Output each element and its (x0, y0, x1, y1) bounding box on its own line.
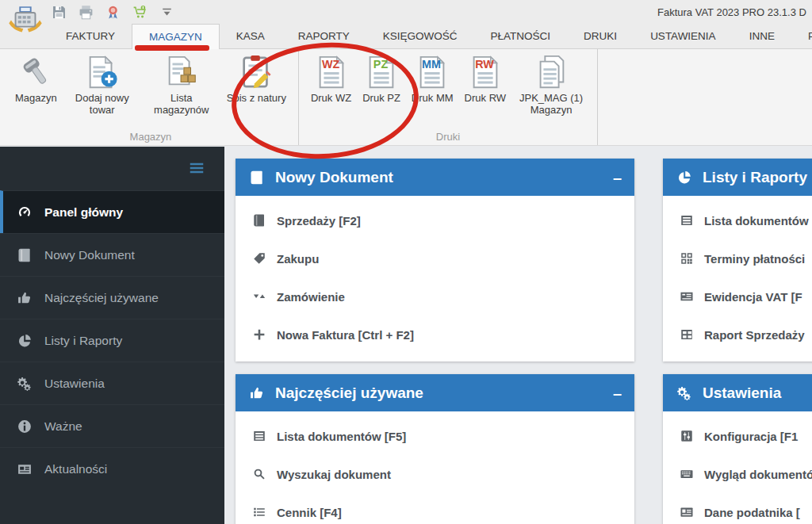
table-icon (251, 429, 267, 443)
sort-icon (251, 289, 267, 304)
doc-tag-icon: MM (414, 54, 450, 90)
panel-body: Lista dokumentów [F5]Wyszukaj dokumentCe… (236, 411, 634, 524)
panel-header: Listy i Raporty– (663, 159, 812, 196)
panel-item-label: Nowa Faktura [Ctrl + F2] (277, 328, 414, 342)
title-bar: Faktura VAT 2023 PRO 23.1.3 D (0, 0, 812, 24)
panel-title: Najczęściej używane (275, 384, 423, 402)
panel-item-label: Dane podatnika [ (704, 506, 800, 519)
panel-item-ewidencja-vat-f[interactable]: Ewidencja VAT [F (663, 277, 812, 316)
tab-ustawienia[interactable]: USTAWIENIA (634, 24, 733, 48)
window-title: Faktura VAT 2023 PRO 23.1.3 D (657, 6, 806, 18)
panel-item-lista-dokumentow[interactable]: Lista dokumentów (663, 201, 812, 239)
sidebar-item-najczesciej-uzywane[interactable]: Najczęściej używane (0, 276, 224, 319)
doc-plus-icon (84, 54, 121, 90)
panel-item-label: Lista dokumentów [F5] (277, 430, 406, 443)
panel-item-label: Raport Sprzedaży (704, 328, 805, 342)
card-icon (679, 289, 695, 304)
ribbon-button-jpk-mag-1-magazyn[interactable]: JPK_MAG (1) Magazyn (511, 52, 591, 117)
grid-icon (679, 327, 695, 342)
sidebar-item-label: Ważne (44, 419, 82, 434)
tab-kasa[interactable]: KASA (220, 24, 282, 48)
quick-access-more-icon[interactable] (159, 4, 175, 21)
panel-title: Ustawienia (703, 384, 781, 402)
main-content: Nowy Dokument–Sprzedaży [F2]ZakupuZamówi… (224, 147, 812, 524)
panel-item-konfiguracja-f1[interactable]: Konfiguracja [F1 (663, 417, 812, 455)
panel-item-raport-sprzedazy[interactable]: Raport Sprzedaży (663, 316, 812, 354)
table-icon (679, 213, 695, 228)
plus-icon (251, 327, 267, 342)
panel-item-label: Konfiguracja [F1 (704, 430, 798, 443)
print-icon[interactable] (78, 4, 94, 21)
ribbon-button-dodaj-nowy-towar[interactable]: Dodaj nowy towar (63, 52, 142, 117)
ribbon-button-lista-magazynow[interactable]: Lista magazynów (142, 52, 221, 117)
collapse-button[interactable]: – (613, 170, 622, 186)
panel-item-wyszukaj-dokument[interactable]: Wyszukaj dokument (236, 455, 634, 493)
panel-item-wyglad-dokumentow[interactable]: Wygląd dokumentów (663, 455, 812, 493)
tab-druki[interactable]: DRUKI (567, 24, 634, 48)
book-icon (248, 170, 266, 186)
sidebar-menu: Panel głównyNowy DokumentNajczęściej uży… (0, 190, 224, 490)
ribbon-button-label: JPK_MAG (1) Magazyn (517, 93, 585, 117)
gauge-icon (16, 205, 33, 220)
panel-item-label: Wygląd dokumentów (704, 468, 812, 481)
tab-pomoc[interactable]: POMOC (791, 24, 812, 48)
panel-item-zakupu[interactable]: Zakupu (236, 239, 634, 277)
gears-icon (16, 376, 33, 392)
panel-nowy-dokument: Nowy Dokument–Sprzedaży [F2]ZakupuZamówi… (236, 159, 634, 361)
sidebar-item-listy-i-raporty[interactable]: Listy i Raporty (0, 319, 224, 361)
tab-inne[interactable]: INNE (733, 24, 791, 48)
tab-faktury[interactable]: FAKTURY (49, 24, 132, 48)
app-window: { "window": { "title": "Faktura VAT 2023… (0, 0, 812, 524)
panel-item-label: Zakupu (277, 252, 319, 266)
app-logo-icon[interactable] (6, 1, 44, 37)
panel-item-sprzedazy-f2[interactable]: Sprzedaży [F2] (236, 201, 634, 239)
panel-header: Ustawienia– (663, 374, 812, 411)
license-badge-icon[interactable] (105, 4, 121, 21)
collapse-button[interactable]: – (613, 385, 622, 401)
thumb-icon (248, 385, 266, 401)
ribbon-button-druk-rw[interactable]: RWDruk RW (459, 52, 511, 105)
sidebar-item-wazne[interactable]: Ważne (0, 404, 224, 447)
ribbon-button-label: Druk RW (465, 93, 506, 105)
sidebar-item-ustawienia[interactable]: Ustawienia (0, 361, 224, 404)
menu-tabs: FAKTURYMAGAZYNKASARAPORTYKSIĘGOWOŚĆPŁATN… (0, 24, 812, 49)
hamburger-menu-icon[interactable] (186, 159, 207, 177)
tab-platnosci[interactable]: PŁATNOŚCI (474, 24, 568, 48)
list-boxes-icon (163, 54, 200, 90)
sidebar-item-label: Ustawienia (44, 377, 105, 391)
sidebar-item-panel-glowny[interactable]: Panel główny (0, 190, 224, 233)
buy-cart-icon[interactable] (132, 4, 148, 21)
ribbon-button-label: Dodaj nowy towar (68, 93, 136, 117)
save-icon[interactable] (51, 4, 67, 21)
news-icon (16, 461, 33, 477)
qr-icon (679, 251, 695, 266)
book-icon (16, 247, 33, 263)
sidebar-top (0, 147, 224, 190)
panel-item-label: Lista dokumentów (704, 214, 809, 228)
panel-item-label: Ewidencja VAT [F (704, 290, 802, 304)
panel-item-terminy-platnosci[interactable]: Terminy płatności (663, 239, 812, 277)
ribbon-button-magazyn[interactable]: Magazyn (10, 52, 63, 105)
sidebar-item-nowy-dokument[interactable]: Nowy Dokument (0, 233, 224, 276)
quick-access-toolbar (51, 4, 175, 21)
sidebar-item-aktualnosci[interactable]: Aktualności (0, 447, 224, 490)
panel-item-dane-podatnika[interactable]: Dane podatnika [ (663, 493, 812, 524)
panel-item-cennik-f4[interactable]: Cennik [F4] (236, 493, 634, 524)
idcard-icon (679, 505, 695, 519)
ribbon-button-label: Magazyn (15, 93, 57, 105)
tab-ksiegowosc[interactable]: KSIĘGOWOŚĆ (366, 24, 474, 48)
panel-item-lista-dokumentow-f5[interactable]: Lista dokumentów [F5] (236, 417, 634, 455)
svg-text:RW: RW (475, 58, 494, 71)
tag-icon (251, 251, 267, 266)
panel-najczesciej-uzywane: Najczęściej używane–Lista dokumentów [F5… (236, 374, 634, 524)
doc-tag-icon: RW (467, 54, 504, 90)
panel-item-label: Terminy płatności (704, 252, 805, 266)
sliders-icon (679, 429, 695, 443)
search-icon (251, 467, 267, 481)
panel-item-zamowienie[interactable]: Zamówienie (236, 277, 634, 316)
info-icon (16, 419, 33, 434)
panel-item-nowa-faktura-ctrl-f2[interactable]: Nowa Faktura [Ctrl + F2] (236, 316, 634, 354)
sidebar: Panel głównyNowy DokumentNajczęściej uży… (0, 147, 224, 524)
sidebar-item-label: Listy i Raporty (44, 334, 122, 348)
panel-item-label: Sprzedaży [F2] (277, 214, 361, 228)
